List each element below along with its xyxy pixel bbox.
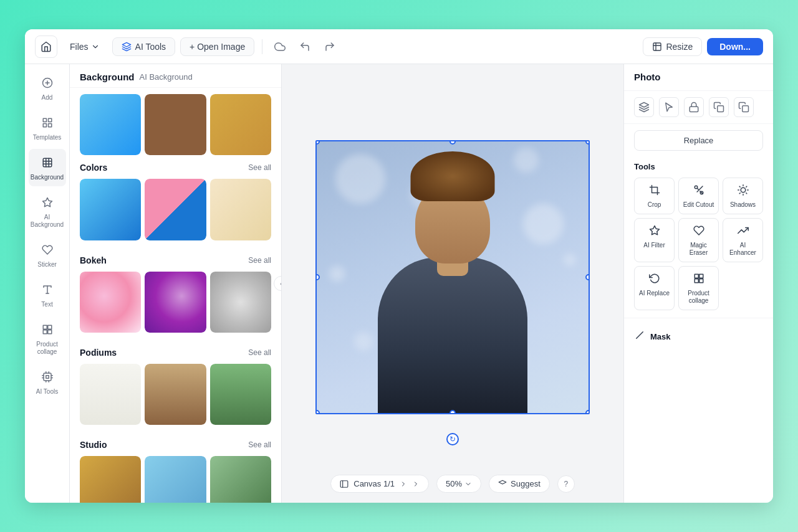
help-button[interactable]: ? — [557, 475, 575, 493]
undo-button[interactable] — [295, 37, 315, 57]
ai-enhancer-icon — [738, 225, 749, 239]
bokeh-section: Bokeh See all — [70, 248, 281, 340]
color-blue-grad-thumb[interactable] — [80, 179, 141, 240]
bg-thumb-gold[interactable] — [210, 94, 271, 155]
right-panel: Photo Replace — [623, 64, 773, 503]
home-button[interactable] — [35, 36, 57, 58]
suggest-button[interactable]: Suggest — [489, 475, 550, 493]
svg-rect-16 — [43, 325, 47, 329]
sidebar-item-ai-tools[interactable]: AI Tools — [29, 363, 66, 401]
handle-middle-right[interactable] — [585, 274, 590, 280]
redo-button[interactable] — [320, 37, 340, 57]
replace-button[interactable]: Replace — [634, 130, 763, 151]
canvas-info-bar[interactable]: Canvas 1/1 — [330, 475, 429, 493]
layers-icon-button[interactable] — [634, 97, 654, 117]
color-cream-thumb[interactable] — [210, 179, 271, 240]
colors-title: Colors — [80, 163, 107, 173]
podiums-section: Podiums See all — [70, 340, 281, 432]
panel: Background AI Background Colors See all — [70, 64, 282, 503]
ai-filter-icon — [649, 225, 660, 239]
lock-icon-button[interactable] — [684, 97, 704, 117]
svg-line-41 — [739, 186, 740, 187]
open-image-button[interactable]: + Open Image — [180, 37, 254, 56]
resize-button[interactable]: Resize — [643, 37, 702, 56]
sidebar-ai-tools-label: AI Tools — [36, 388, 58, 396]
mask-icon — [634, 330, 645, 343]
colors-header: Colors See all — [80, 163, 271, 173]
rotate-handle[interactable]: ↻ — [446, 433, 459, 445]
zoom-label: 50% — [446, 479, 462, 488]
handle-top-right[interactable] — [585, 140, 590, 145]
sidebar-item-add[interactable]: Add — [29, 69, 66, 107]
duplicate-icon-button[interactable] — [709, 97, 729, 117]
magic-eraser-tool[interactable]: Magic Eraser — [678, 218, 719, 262]
svg-rect-21 — [46, 376, 49, 379]
svg-rect-5 — [48, 118, 51, 121]
podiums-see-all[interactable]: See all — [248, 348, 271, 357]
sidebar-item-background[interactable]: Background — [29, 149, 66, 186]
sidebar-item-ai-background[interactable]: AI Background — [29, 189, 66, 234]
sidebar-item-product-collage[interactable]: Product collage — [29, 316, 66, 361]
podium-white-thumb[interactable] — [80, 364, 141, 425]
canvas-area: ↻ Canvas 1/1 50% Suggest — [282, 64, 623, 503]
studio-title: Studio — [80, 440, 107, 450]
canvas-bottom-bar: Canvas 1/1 50% Suggest ? — [282, 475, 623, 493]
svg-rect-18 — [43, 330, 47, 334]
product-collage-tool-label: Product collage — [681, 290, 716, 305]
svg-rect-0 — [653, 43, 661, 50]
sidebar-sticker-label: Sticker — [37, 261, 57, 268]
color-pink-diag-thumb[interactable] — [145, 179, 206, 240]
bokeh-purple-thumb[interactable] — [145, 272, 206, 333]
svg-rect-48 — [695, 274, 698, 278]
cloud-icon-button[interactable] — [270, 37, 290, 57]
ai-enhancer-label: AI Enhancer — [726, 242, 760, 257]
bokeh-gray-thumb[interactable] — [210, 272, 271, 333]
ai-filter-tool[interactable]: AI Filter — [634, 218, 675, 262]
download-button[interactable]: Down... — [707, 38, 763, 55]
ai-enhancer-tool[interactable]: AI Enhancer — [723, 218, 763, 262]
ai-replace-tool[interactable]: AI Replace — [634, 266, 675, 310]
handle-bottom-middle[interactable] — [449, 410, 456, 414]
svg-rect-7 — [43, 124, 46, 127]
colors-see-all[interactable]: See all — [248, 163, 271, 172]
ai-tools-header-button[interactable]: AI Tools — [112, 37, 176, 56]
selection-icon-button[interactable] — [659, 97, 679, 117]
product-collage-tool[interactable]: Product collage — [678, 266, 719, 310]
podiums-grid — [80, 364, 271, 425]
svg-point-38 — [741, 188, 746, 192]
sidebar-item-templates[interactable]: Templates — [29, 109, 66, 146]
files-button[interactable]: Files — [62, 38, 107, 55]
studio-gold-thumb[interactable] — [80, 456, 141, 503]
svg-rect-50 — [695, 279, 698, 283]
svg-rect-35 — [743, 106, 749, 112]
svg-rect-51 — [699, 279, 703, 283]
magic-eraser-label: Magic Eraser — [681, 242, 716, 257]
podium-brown-thumb[interactable] — [145, 364, 206, 425]
handle-bottom-left[interactable] — [315, 410, 320, 414]
bg-thumb-blue[interactable] — [80, 94, 141, 155]
sidebar-ai-bg-label: AI Background — [31, 214, 64, 229]
crop-tool[interactable]: Crop — [634, 178, 675, 214]
studio-blue-thumb[interactable] — [145, 456, 206, 503]
canvas-image[interactable] — [315, 140, 590, 414]
handle-bottom-right[interactable] — [585, 410, 590, 414]
bg-thumb-brown[interactable] — [145, 94, 206, 155]
shadows-tool[interactable]: Shadows — [723, 178, 763, 214]
svg-rect-49 — [699, 274, 703, 278]
studio-plant-thumb[interactable] — [210, 456, 271, 503]
sidebar-item-sticker[interactable]: Sticker — [29, 236, 66, 273]
person-hair — [411, 151, 495, 201]
panel-subtitle[interactable]: AI Background — [140, 72, 193, 82]
zoom-bar[interactable]: 50% — [436, 475, 481, 493]
bokeh-see-all[interactable]: See all — [248, 256, 271, 265]
more-icon-button[interactable] — [734, 97, 754, 117]
sticker-icon — [39, 241, 56, 259]
sidebar-item-text[interactable]: Text — [29, 276, 66, 313]
studio-see-all[interactable]: See all — [248, 440, 271, 449]
mask-title: Mask — [650, 332, 671, 341]
edit-cutout-tool[interactable]: Edit Cutout — [678, 178, 719, 214]
bokeh-pink-thumb[interactable] — [80, 272, 141, 333]
studio-grid — [80, 456, 271, 503]
podium-green-thumb[interactable] — [210, 364, 271, 425]
svg-rect-33 — [690, 107, 698, 112]
